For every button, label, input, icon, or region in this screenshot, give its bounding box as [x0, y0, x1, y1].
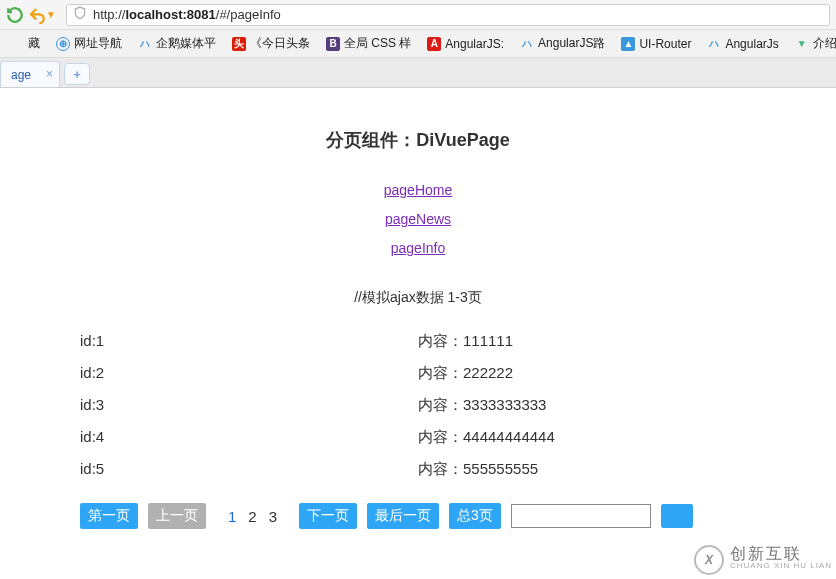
page-number[interactable]: 1: [228, 508, 236, 525]
angular-icon: A: [427, 37, 441, 51]
row-content: 内容：3333333333: [418, 389, 756, 421]
first-page-button[interactable]: 第一页: [80, 503, 138, 529]
tab-strip: age × +: [0, 58, 836, 88]
bookmark-label: AngularJS:: [445, 37, 504, 51]
table-row: id:1内容：111111: [80, 325, 756, 357]
row-content: 内容：111111: [418, 325, 756, 357]
new-tab-button[interactable]: +: [64, 63, 90, 85]
angular2-icon: ハ: [520, 37, 534, 51]
bookmark-label: 企鹅媒体平: [156, 35, 216, 52]
bookmark-item[interactable]: 藏: [4, 33, 46, 54]
bookmark-item[interactable]: ハAngularJS路: [514, 33, 611, 54]
nav-link-pagehome[interactable]: pageHome: [384, 182, 453, 198]
bookmark-item[interactable]: B全局 CSS 样: [320, 33, 417, 54]
penguin-icon: ハ: [138, 37, 152, 51]
last-page-button[interactable]: 最后一页: [367, 503, 439, 529]
prev-page-button[interactable]: 上一页: [148, 503, 206, 529]
bookmark-item[interactable]: ▼介绍 - vue: [789, 33, 836, 54]
nav-link-pagenews[interactable]: pageNews: [385, 211, 451, 227]
page-content: 分页组件：DiVuePage pageHomepageNewspageInfo …: [0, 88, 836, 529]
page-number[interactable]: 2: [248, 508, 256, 525]
globe-icon: ⊕: [56, 37, 70, 51]
back-dropdown-icon[interactable]: ▼: [46, 9, 56, 20]
uirouter-icon: ▲: [621, 37, 635, 51]
table-row: id:3内容：3333333333: [80, 389, 756, 421]
page-input[interactable]: [511, 504, 651, 528]
next-page-button[interactable]: 下一页: [299, 503, 357, 529]
watermark-sub: CHUANG XIN HU LIAN: [730, 560, 832, 572]
bookmark-label: 全局 CSS 样: [344, 35, 411, 52]
bookmarks-bar: 藏⊕网址导航ハ企鹅媒体平头《今日头条B全局 CSS 样AAngularJS:ハA…: [0, 30, 836, 58]
bookmark-item[interactable]: AAngularJS:: [421, 35, 510, 53]
row-id: id:4: [80, 421, 418, 453]
page-title: 分页组件：DiVuePage: [80, 128, 756, 152]
row-id: id:5: [80, 453, 418, 485]
bookmark-label: 藏: [28, 35, 40, 52]
watermark-brand: 创新互联: [730, 548, 832, 560]
row-content: 内容：555555555: [418, 453, 756, 485]
pagination: 第一页 上一页 123 下一页 最后一页 总3页: [80, 503, 756, 529]
go-button[interactable]: [661, 504, 693, 528]
ajax-note: //模拟ajax数据 1-3页: [80, 289, 756, 307]
page-numbers: 123: [216, 508, 289, 525]
url-bar[interactable]: http://localhost:8081/#/pageInfo: [66, 4, 830, 26]
none-icon: [10, 37, 24, 51]
bookmark-label: AngularJS路: [538, 35, 605, 52]
angular2-icon: ハ: [707, 37, 721, 51]
bookmark-label: 介绍 - vue: [813, 35, 836, 52]
table-row: id:2内容：222222: [80, 357, 756, 389]
bookmark-item[interactable]: ⊕网址导航: [50, 33, 128, 54]
total-pages-label: 总3页: [449, 503, 501, 529]
nav-link-pageinfo[interactable]: pageInfo: [391, 240, 446, 256]
row-id: id:3: [80, 389, 418, 421]
watermark: X 创新互联 CHUANG XIN HU LIAN: [694, 545, 832, 575]
bookmark-item[interactable]: 头《今日头条: [226, 33, 316, 54]
url-text: http://localhost:8081/#/pageInfo: [93, 7, 281, 22]
close-icon[interactable]: ×: [46, 67, 53, 81]
row-id: id:1: [80, 325, 418, 357]
browser-tab[interactable]: age ×: [0, 61, 60, 87]
bookmark-label: AngularJs: [725, 37, 778, 51]
tab-title: age: [11, 68, 31, 82]
shield-icon: [73, 6, 87, 23]
bookmark-item[interactable]: ▲UI-Router: [615, 35, 697, 53]
browser-toolbar: ▼ http://localhost:8081/#/pageInfo: [0, 0, 836, 30]
refresh-icon[interactable]: [6, 6, 24, 24]
watermark-logo-icon: X: [694, 545, 724, 575]
nav-links: pageHomepageNewspageInfo: [80, 176, 756, 263]
table-row: id:4内容：44444444444: [80, 421, 756, 453]
table-row: id:5内容：555555555: [80, 453, 756, 485]
vue-icon: ▼: [795, 37, 809, 51]
row-id: id:2: [80, 357, 418, 389]
bookmark-label: UI-Router: [639, 37, 691, 51]
toutiao-icon: 头: [232, 37, 246, 51]
back-icon[interactable]: [28, 6, 46, 24]
bookmark-label: 《今日头条: [250, 35, 310, 52]
page-number[interactable]: 3: [269, 508, 277, 525]
bookmark-item[interactable]: ハAngularJs: [701, 35, 784, 53]
bootstrap-icon: B: [326, 37, 340, 51]
row-content: 内容：222222: [418, 357, 756, 389]
bookmark-label: 网址导航: [74, 35, 122, 52]
row-content: 内容：44444444444: [418, 421, 756, 453]
bookmark-item[interactable]: ハ企鹅媒体平: [132, 33, 222, 54]
